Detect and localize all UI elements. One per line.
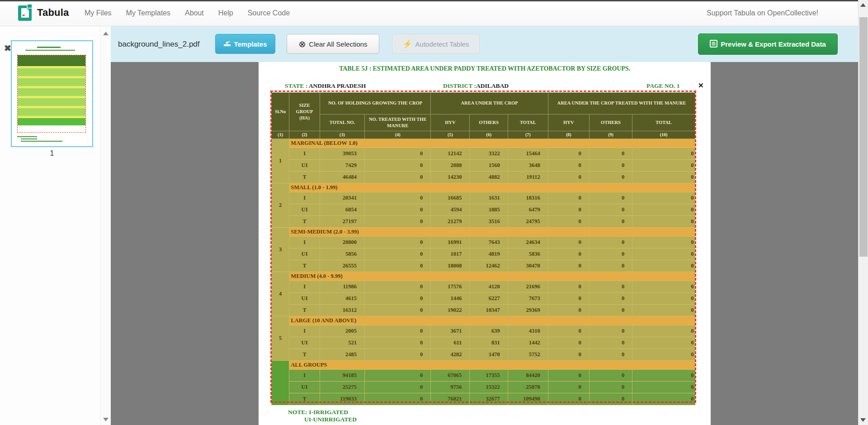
- autodetect-tables-button-disabled[interactable]: ⚡ Autodetect Tables: [392, 34, 480, 54]
- nav-item-my-files[interactable]: My Files: [85, 9, 112, 17]
- note-line: NOTE: I-IRRIGATED: [288, 409, 357, 416]
- note-line: UI-UNIRRIGATED: [304, 416, 357, 423]
- page-1-thumbnail[interactable]: [11, 40, 93, 147]
- window-top-edge: [0, 0, 858, 1]
- mini-table-header: [18, 55, 85, 66]
- nav-item-my-templates[interactable]: My Templates: [126, 9, 170, 17]
- scrollbar-thumb[interactable]: [859, 17, 868, 257]
- preview-export-button[interactable]: Preview & Export Extracted Data: [698, 33, 838, 55]
- navbar: Tabula My FilesMy TemplatesAboutHelpSour…: [0, 0, 858, 26]
- clear-all-selections-button[interactable]: ⊗ Clear All Selections: [287, 34, 379, 54]
- table-selection-box[interactable]: [270, 91, 696, 403]
- mini-subtitle-line: [25, 50, 75, 51]
- nav-item-source-code[interactable]: Source Code: [248, 9, 290, 17]
- state-value: ANDHRA PRADESH: [309, 82, 366, 89]
- templates-save-icon: [223, 40, 234, 48]
- clear-circle-x-icon: ⊗: [298, 40, 306, 48]
- district-label: DISTRICT :: [443, 82, 476, 89]
- sidebar-scroll-down-icon[interactable]: [103, 418, 108, 421]
- brand-link[interactable]: Tabula: [18, 4, 69, 21]
- tabula-app: Tabula My FilesMy TemplatesAboutHelpSour…: [0, 0, 868, 425]
- export-list-icon: [710, 40, 721, 49]
- sidebar-scroll-up-icon[interactable]: [103, 32, 108, 35]
- state-label: STATE :: [285, 82, 307, 89]
- pdf-district-line: DISTRICT :ADILABAD: [443, 82, 509, 90]
- selection-close-icon[interactable]: ✕: [698, 81, 704, 90]
- toolbar: background_lines_2.pdf Templates ⊗ Clear…: [111, 26, 858, 62]
- mini-table-selection: [17, 55, 86, 133]
- templates-button-label: Templates: [234, 40, 267, 48]
- nav-item-about[interactable]: About: [185, 9, 204, 17]
- pdf-table-title: TABLE 5J : ESTIMATED AREA UNDER PADDY TR…: [259, 65, 711, 72]
- district-value: ADILABAD: [476, 82, 509, 89]
- support-link[interactable]: Support Tabula on OpenCollective!: [707, 0, 818, 26]
- lightning-icon: ⚡: [402, 40, 412, 48]
- page-thumbnails-sidebar: ✖ 1: [0, 26, 111, 425]
- mini-title-line: [37, 47, 61, 48]
- pdf-page-no: PAGE NO. 1: [646, 82, 680, 90]
- export-button-label: Preview & Export Extracted Data: [721, 40, 826, 48]
- workspace: TABLE 5J : ESTIMATED AREA UNDER PADDY TR…: [111, 62, 858, 425]
- templates-button[interactable]: Templates: [215, 34, 275, 54]
- document-filename: background_lines_2.pdf: [118, 26, 200, 62]
- page-number-label: 1: [11, 149, 93, 158]
- window-scrollbar: [858, 0, 868, 425]
- autodetect-button-label: Autodetect Tables: [415, 40, 469, 48]
- tabula-logo-icon: [18, 4, 33, 21]
- brand-wordmark: Tabula: [37, 7, 69, 19]
- scroll-down-icon[interactable]: [860, 418, 866, 422]
- sidebar-scrollbar: [100, 26, 111, 425]
- nav-item-help[interactable]: Help: [218, 9, 233, 17]
- pdf-page[interactable]: TABLE 5J : ESTIMATED AREA UNDER PADDY TR…: [259, 62, 711, 425]
- clear-button-label: Clear All Selections: [309, 40, 367, 48]
- navbar-menu: My FilesMy TemplatesAboutHelpSource Code: [85, 0, 290, 26]
- scroll-up-icon[interactable]: [860, 3, 866, 7]
- pdf-note: NOTE: I-IRRIGATEDUI-UNIRRIGATED: [288, 409, 357, 423]
- pdf-state-line: STATE : ANDHRA PRADESH: [285, 82, 366, 90]
